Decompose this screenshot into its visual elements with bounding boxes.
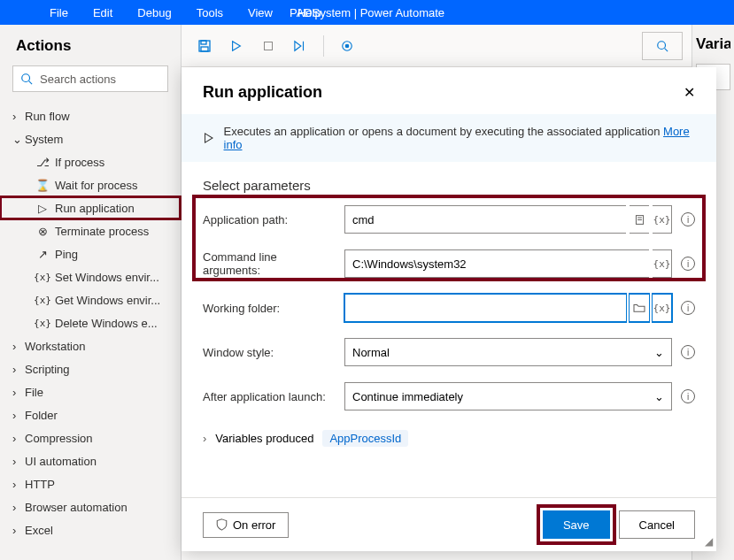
save-button[interactable]: Save <box>543 510 610 539</box>
menu-edit[interactable]: Edit <box>81 6 125 19</box>
browse-file-icon[interactable] <box>630 205 649 234</box>
menu-bar: File Edit Debug Tools View Help PADSyste… <box>0 0 734 25</box>
hourglass-icon: ⌛ <box>35 179 50 192</box>
cancel-button[interactable]: Cancel <box>619 510 695 539</box>
branch-icon: ⎇ <box>35 156 50 169</box>
variables-produced-row[interactable]: › Variables produced AppProcessId <box>203 426 695 454</box>
tree-run-application[interactable]: ▷Run application <box>0 196 181 219</box>
produced-variable[interactable]: AppProcessId <box>322 430 408 447</box>
variable-picker-icon[interactable]: {x} <box>653 205 672 234</box>
input-app-path[interactable] <box>344 205 626 234</box>
chevron-right-icon: › <box>203 432 206 445</box>
svg-point-11 <box>658 41 666 49</box>
svg-marker-5 <box>233 41 241 50</box>
variable-picker-icon[interactable]: {x} <box>653 294 672 322</box>
actions-tree: ›Run flow ⌄System ⎇If process ⌛Wait for … <box>0 104 181 541</box>
tree-ui-automation[interactable]: ›UI automation <box>0 449 181 472</box>
browse-folder-icon[interactable] <box>630 294 649 322</box>
vars-produced-label: Variables produced <box>215 432 313 445</box>
tree-wait-for-process[interactable]: ⌛Wait for process <box>0 173 181 196</box>
svg-line-1 <box>29 81 33 85</box>
tree-excel[interactable]: ›Excel <box>0 518 181 541</box>
shield-icon <box>216 518 228 531</box>
tree-ping[interactable]: ↗Ping <box>0 242 181 265</box>
run-application-dialog: Run application ✕ Executes an applicatio… <box>182 67 716 551</box>
svg-line-12 <box>665 48 668 51</box>
search-icon <box>20 73 33 85</box>
select-window-style[interactable]: Normal⌄ <box>344 338 672 366</box>
tree-file[interactable]: ›File <box>0 380 181 403</box>
stop-button[interactable] <box>254 32 282 60</box>
tree-compression[interactable]: ›Compression <box>0 426 181 449</box>
window-title: PADSystem | Power Automate <box>290 6 444 19</box>
step-button[interactable] <box>286 32 314 60</box>
tree-folder[interactable]: ›Folder <box>0 403 181 426</box>
tree-get-env[interactable]: {x}Get Windows envir... <box>0 288 181 311</box>
dialog-info: Executes an application or opens a docum… <box>182 114 716 162</box>
input-cmd-args[interactable] <box>344 249 649 278</box>
on-error-button[interactable]: On error <box>203 512 289 538</box>
tree-browser-automation[interactable]: ›Browser automation <box>0 495 181 518</box>
svg-rect-6 <box>265 42 273 50</box>
svg-marker-7 <box>295 41 301 50</box>
actions-panel: Actions Search actions ›Run flow ⌄System… <box>0 25 182 560</box>
variables-title: Varia <box>696 35 730 64</box>
tree-scripting[interactable]: ›Scripting <box>0 357 181 380</box>
info-icon[interactable]: i <box>681 345 695 359</box>
info-icon[interactable]: i <box>681 212 695 226</box>
ping-icon: ↗ <box>35 248 50 261</box>
label-cmd-args: Command line arguments: <box>203 250 336 277</box>
select-after-launch[interactable]: Continue immediately⌄ <box>344 382 672 410</box>
label-after-launch: After application launch: <box>203 390 336 403</box>
save-button[interactable] <box>190 32 219 60</box>
input-working-folder[interactable] <box>344 294 626 322</box>
actions-title: Actions <box>0 34 181 65</box>
run-button[interactable] <box>222 32 251 60</box>
svg-point-0 <box>22 74 30 82</box>
chevron-down-icon: ⌄ <box>654 346 664 359</box>
menu-view[interactable]: View <box>236 6 285 19</box>
svg-rect-4 <box>201 47 208 51</box>
tree-delete-env[interactable]: {x}Delete Windows e... <box>0 311 181 334</box>
toolbar <box>182 25 692 67</box>
var-icon: {x} <box>35 295 50 306</box>
info-icon[interactable]: i <box>681 257 695 271</box>
tree-set-env[interactable]: {x}Set Windows envir... <box>0 265 181 288</box>
terminate-icon: ⊗ <box>35 225 50 238</box>
actions-search[interactable]: Search actions <box>12 65 168 92</box>
tree-terminate-process[interactable]: ⊗Terminate process <box>0 219 181 242</box>
dialog-title: Run application <box>203 83 684 102</box>
tree-run-flow[interactable]: ›Run flow <box>0 104 181 127</box>
menu-tools[interactable]: Tools <box>184 6 236 19</box>
svg-point-10 <box>345 44 349 48</box>
toolbar-search[interactable] <box>642 32 683 60</box>
play-icon: ▷ <box>35 202 50 215</box>
svg-rect-3 <box>201 41 206 44</box>
record-button[interactable] <box>333 32 361 60</box>
svg-marker-18 <box>205 134 212 142</box>
tree-http[interactable]: ›HTTP <box>0 472 181 495</box>
actions-search-placeholder: Search actions <box>40 73 116 86</box>
info-icon[interactable]: i <box>681 301 695 315</box>
tree-if-process[interactable]: ⎇If process <box>0 150 181 173</box>
menu-file[interactable]: File <box>37 6 81 19</box>
section-title: Select parameters <box>203 178 695 193</box>
label-working-folder: Working folder: <box>203 302 336 315</box>
tree-workstation[interactable]: ›Workstation <box>0 334 181 357</box>
menu-debug[interactable]: Debug <box>125 6 183 19</box>
label-window-style: Window style: <box>203 346 336 359</box>
chevron-down-icon: ⌄ <box>654 390 664 403</box>
close-button[interactable]: ✕ <box>684 84 695 101</box>
variable-picker-icon[interactable]: {x} <box>653 249 672 278</box>
var-icon: {x} <box>35 272 50 283</box>
tree-system[interactable]: ⌄System <box>0 127 181 150</box>
var-icon: {x} <box>35 318 50 329</box>
play-icon <box>203 132 215 144</box>
info-icon[interactable]: i <box>681 389 695 403</box>
label-app-path: Application path: <box>203 213 336 226</box>
